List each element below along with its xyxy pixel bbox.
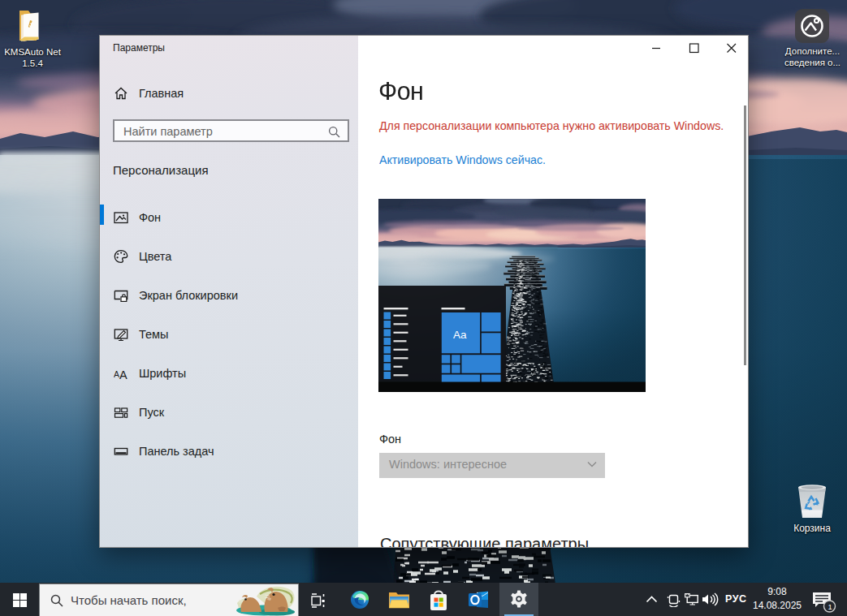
svg-text:Aa: Aa — [453, 329, 467, 341]
svg-text:A: A — [119, 368, 127, 381]
svg-text:1: 1 — [828, 602, 832, 611]
svg-text:A: A — [114, 369, 119, 379]
